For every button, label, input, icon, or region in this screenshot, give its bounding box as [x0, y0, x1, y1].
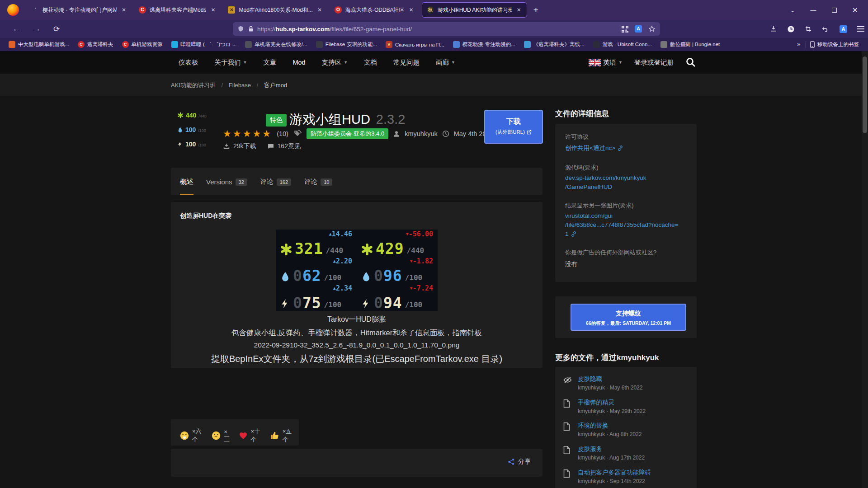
window-minimize-button[interactable]: —	[811, 7, 816, 14]
tab-comments[interactable]: 评论162	[260, 168, 291, 195]
login-link[interactable]: 登录或登记册	[634, 58, 674, 67]
rating-count: (10)	[277, 130, 288, 137]
browser-tab-4[interactable]: O 海底大猎杀-ODDBA社区 ✕	[330, 2, 419, 18]
tab-close-icon[interactable]: ✕	[516, 7, 522, 13]
bookmark-item[interactable]: ★Скачать игры на П...	[386, 41, 444, 48]
source-code-link[interactable]: dev.sp-tarkov.com/kmyuhkyuk	[565, 174, 646, 181]
bookmark-item[interactable]: C逃离塔科夫	[78, 41, 113, 48]
virustotal-link-2[interactable]: /file/63b8ce...c7748f87355cfad?nocache=	[565, 221, 678, 228]
tab3-favicon: ✕	[228, 6, 235, 14]
breadcrumb-workshop[interactable]: AKI功能的讲习班	[171, 82, 216, 89]
rating-stars[interactable]: ★★★★★	[223, 128, 272, 139]
bookmarks-separator	[806, 41, 806, 48]
download-count: 29k下载	[233, 142, 256, 150]
qr-code-icon[interactable]	[622, 26, 628, 33]
hud-screenshot: ▲14.46 321 /440 ▼-56.00 429 /440 ▲2.20 0…	[276, 230, 438, 311]
share-button[interactable]: 分享	[508, 458, 531, 466]
bookmarks-overflow-chevron[interactable]: »	[797, 41, 800, 47]
tab-overview[interactable]: 概述	[180, 168, 193, 195]
window-close-button[interactable]: ✕	[852, 6, 858, 14]
reaction-count: ×十个	[251, 427, 264, 444]
virustotal-link-3[interactable]: 1	[565, 230, 576, 237]
reload-button[interactable]: ⟳	[53, 24, 60, 34]
license-link[interactable]: 创作共用<通过nc>	[565, 144, 623, 152]
support-thread-card: 支持螺纹 66的答复，最后: SATURDAY, 12:01 PM	[555, 296, 697, 338]
breadcrumb: AKI功能的讲习班 / Filebase / 客户mod	[171, 81, 287, 89]
history-clock-icon[interactable]	[787, 25, 795, 33]
nav-gallery[interactable]: 画廊▼	[436, 58, 455, 67]
file-details-heading: 文件的详细信息	[555, 108, 609, 119]
undo-arrow-icon[interactable]	[822, 25, 830, 33]
bookmark-favicon	[593, 41, 600, 48]
nav-docs[interactable]: 文档	[364, 58, 377, 67]
eye-slash-icon	[563, 376, 572, 384]
tab-list-chevron-icon[interactable]: ⌄	[790, 7, 795, 14]
mod-counts-row: 29k下载 162意见	[223, 142, 301, 150]
mobile-bookmarks-item[interactable]: 移动设备上的书签	[810, 41, 859, 48]
translate-page-icon[interactable]: A	[635, 25, 642, 33]
address-bar[interactable]: https://hub.sp-tarkov.com/files/file/652…	[233, 22, 660, 36]
author-link[interactable]: kmyuhkyuk	[405, 130, 438, 137]
tags-icon	[293, 130, 302, 138]
nav-about[interactable]: 关于我们▼	[215, 58, 247, 67]
screenshot-crop-icon[interactable]	[805, 25, 812, 33]
bookmark-favicon: C	[78, 41, 85, 48]
bookmark-item[interactable]: 樱花动漫-专注动漫的...	[453, 41, 515, 48]
nav-faq[interactable]: 常见问题	[393, 58, 420, 67]
nav-mods[interactable]: Mod	[292, 59, 305, 66]
menu-hamburger-icon[interactable]	[857, 26, 864, 32]
breadcrumb-filebase[interactable]: Filebase	[229, 82, 251, 89]
nav-support[interactable]: 支持区▼	[322, 58, 348, 67]
browser-tab-2[interactable]: C 逃离塔科夫客户端Mods ✕	[134, 2, 221, 18]
bookmark-item[interactable]: 數位擺廁 | Bungie.net	[660, 41, 720, 48]
bookmark-item[interactable]: 单机塔克夫在线修改/...	[245, 41, 307, 48]
download-button[interactable]: 下载 (从外部URL)	[484, 110, 543, 144]
bookmark-item[interactable]: 游戏 - Ubisoft Conn...	[593, 41, 652, 48]
browser-tab-1[interactable]: ’ 樱花动漫 - 专注动漫的门户网站 ✕	[27, 2, 132, 18]
bookmark-item[interactable]: 《逃离塔科夫》离线...	[524, 41, 585, 48]
new-tab-button[interactable]: +	[533, 5, 538, 15]
language-selector[interactable]: 英语 ▼	[589, 58, 623, 67]
page-scrollbar[interactable]	[862, 51, 868, 488]
back-button[interactable]: ←	[13, 24, 20, 33]
advert-value: 没有	[565, 260, 577, 268]
tab-versions[interactable]: Versions32	[206, 168, 247, 195]
bookmark-favicon: ★	[386, 41, 392, 48]
firefox-logo-icon[interactable]	[7, 4, 19, 16]
tab-close-icon[interactable]: ✕	[408, 7, 415, 13]
nav-dashboard[interactable]: 仪表板	[179, 58, 198, 67]
download-button-label: 下载	[485, 117, 542, 127]
tab-close-icon[interactable]: ✕	[316, 7, 323, 13]
comment-count: 162意见	[278, 142, 301, 150]
virustotal-link[interactable]: virustotal.com/gui	[565, 212, 613, 219]
tab-close-icon[interactable]: ✕	[121, 7, 127, 13]
mod-version: 2.3.2	[376, 112, 406, 127]
url-text: https://hub.sp-tarkov.com/files/file/652…	[257, 26, 412, 33]
browser-tab-3[interactable]: ✕ Mod在Anno1800关系-Mod和... ✕	[223, 2, 327, 18]
support-thread-button[interactable]: 支持螺纹 66的答复，最后: SATURDAY, 12:01 PM	[571, 304, 686, 331]
nav-articles[interactable]: 文章	[263, 58, 276, 67]
bookmark-item[interactable]: 哔哩哔哩 ( ゜-゜)つロ ...	[171, 41, 237, 48]
breadcrumb-client-mod[interactable]: 客户mod	[264, 82, 287, 89]
tab1-favicon: ’	[32, 6, 39, 14]
browser-tab-active[interactable]: 秋 游戏小组HUD AKI功能的讲习班 ✕	[422, 2, 527, 18]
more-files-heading: 更多的文件，通过kmyuhkyuk	[555, 352, 659, 363]
bookmark-star-icon[interactable]	[648, 25, 656, 33]
lock-icon[interactable]	[248, 26, 254, 32]
caption-line-4: 提取BepInEx文件夹，从7z到游戏根目录(已EscapeFromTarkov…	[171, 353, 542, 365]
tab-close-icon[interactable]: ✕	[210, 7, 216, 13]
bookmark-item[interactable]: Filebase-安琪的功能...	[316, 41, 377, 48]
source-code-link-2[interactable]: /GamePanelHUD	[565, 183, 612, 190]
window-maximize-button[interactable]	[832, 8, 837, 13]
tab-reviews[interactable]: 评论10	[304, 168, 332, 195]
search-icon[interactable]	[685, 57, 696, 68]
forward-button[interactable]: →	[33, 24, 41, 33]
reactions-card[interactable]: ×六个 ×三 ×十个 ×五个	[171, 419, 299, 446]
downloads-icon[interactable]	[770, 25, 777, 33]
translate-extension-icon[interactable]: A	[840, 25, 847, 33]
compat-tag[interactable]: 防范小组委员会-亚希的3.4.0	[307, 128, 388, 139]
bookmark-item[interactable]: 中大型电脑单机游戏...	[9, 41, 69, 48]
scrollbar-thumb[interactable]	[863, 56, 867, 133]
bookmark-item[interactable]: C单机游戏资源	[122, 41, 163, 48]
shield-icon[interactable]	[237, 25, 244, 33]
